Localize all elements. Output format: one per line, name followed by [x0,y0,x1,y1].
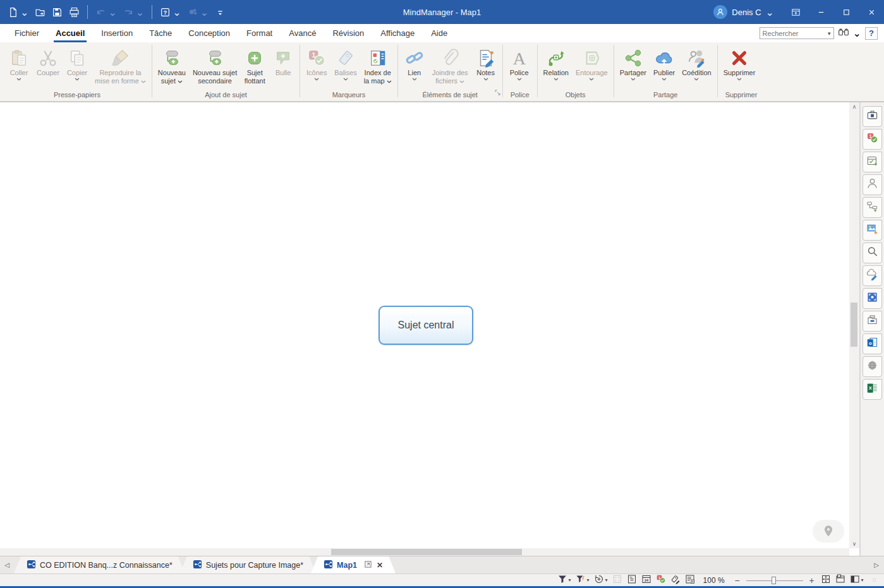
dropdown-chevron-icon[interactable]: ⌄ [173,6,181,18]
search-input[interactable] [760,30,828,37]
ribbon-button-publier[interactable]: Publier [650,45,678,82]
status-gantt-view-button[interactable]: 24 [641,574,651,587]
dropdown-chevron-icon[interactable]: ▾ [605,577,608,583]
doc-tab-sujets-pour-capture-image[interactable]: Sujets pour Capture Image* [180,556,316,573]
ribbon-button-sujet-flottant[interactable]: Sujetflottant [241,45,269,85]
ribbon-button-relation[interactable]: Relation [540,45,572,82]
panel-tab-excel[interactable]: X [863,379,882,400]
status-filter-button[interactable]: ▾ [557,574,571,587]
status-panel-layout-button[interactable]: ▾ [850,574,864,587]
tab-aide[interactable]: Aide [423,24,456,42]
doc-tab-map1[interactable]: Map1✕ [311,556,396,573]
horizontal-scrollbar[interactable] [0,548,849,556]
ribbon-button-label: Partager [620,69,646,77]
resize-grip[interactable]: ⁙ [868,577,878,584]
tab-insertion[interactable]: Insertion [93,24,141,42]
dropdown-chevron-icon[interactable]: ⌄ [108,6,116,18]
search-dropdown-icon[interactable]: ▾ [828,30,833,37]
save-button[interactable] [49,5,65,20]
panel-tab-capture[interactable] [863,288,882,309]
vertical-scroll-thumb[interactable] [851,303,857,347]
ribbon-button-label: Sujetflottant [245,69,265,85]
tab-fichier[interactable]: Fichier [6,24,47,42]
status-index-view-button[interactable] [685,574,695,587]
scroll-down-icon[interactable]: ∨ [852,539,857,548]
new-document-button[interactable]: ⌄ [5,4,31,20]
central-topic[interactable]: Sujet central [378,306,473,345]
status-power-filter-button[interactable]: ▾ [576,574,590,587]
ribbon-button-nouveau-sujet-secondaire[interactable]: Nouveau sujetsecondaire [190,45,240,85]
status-tags-view-button[interactable] [670,574,681,587]
dropdown-chevron-icon[interactable]: ▾ [569,577,571,583]
ribbon-button-partager[interactable]: Partager [617,45,650,82]
panel-tab-resources[interactable] [863,174,882,195]
float-window-icon[interactable] [365,561,372,570]
open-button[interactable] [32,5,48,20]
zoom-slider[interactable] [746,576,803,585]
panel-tab-map-parts[interactable] [863,106,882,127]
status-icons-view-button[interactable]: 1 [656,574,666,587]
ribbon-button-lien[interactable]: Lien [401,45,428,82]
redo-icon [123,7,134,18]
help-button[interactable]: ? [865,27,878,40]
binoculars-chevron-icon[interactable]: ⌄ [853,27,861,39]
dropdown-chevron-icon[interactable]: ⌄ [200,6,209,18]
status-walkthrough-button[interactable]: ▾ [594,574,608,587]
maximize-button[interactable] [833,0,859,24]
dropdown-chevron-icon[interactable]: ⌄ [20,6,28,18]
dropdown-chevron-icon[interactable]: ⌄ [136,6,144,18]
ribbon-button-police[interactable]: APolice [506,45,533,82]
help-button[interactable]: ?⌄ [157,4,183,20]
tab-avanc[interactable]: Avancé [281,24,324,42]
customize-quick-access-button[interactable] [212,5,228,20]
zoom-in-button[interactable]: + [808,575,816,585]
panel-tab-outlook[interactable]: o [863,333,882,354]
tab-conception[interactable]: Conception [180,24,238,42]
panel-tab-relationships[interactable] [863,197,882,218]
zoom-out-button[interactable]: − [733,575,742,585]
ribbon-button-supprimer[interactable]: Supprimer [720,45,759,82]
status-presentation-view-button[interactable] [835,574,845,587]
doc-tabs-scroll-right[interactable]: ▷ [874,561,879,568]
tab-accueil[interactable]: Accueil [47,24,93,42]
ribbon-button-index-de-la-map[interactable]: Index dela map [361,45,395,85]
tab-affichage[interactable]: Affichage [372,24,423,42]
doc-tabs-scroll-left[interactable]: ◁ [0,556,14,573]
scroll-up-icon[interactable]: ∧ [852,102,857,111]
panel-tab-marker-index[interactable]: 1 [863,129,882,150]
panel-tab-file-management[interactable] [863,311,882,332]
tab-r-vision[interactable]: Révision [324,24,372,42]
panel-tab-web[interactable] [863,356,882,377]
search-box[interactable]: ▾ [760,27,834,39]
location-pin-button[interactable] [813,520,844,543]
ribbon-button-notes[interactable]: Notes [472,45,500,82]
status-outline-view-button[interactable] [627,574,637,587]
print-button[interactable] [66,5,82,20]
user-name[interactable]: Denis C [732,8,761,17]
dialog-launcher-icon[interactable] [495,87,500,98]
ribbon-button-nouveau-sujet[interactable]: Nouveausujet [155,45,189,85]
minimize-button[interactable] [808,0,833,24]
tab-format[interactable]: Format [238,24,281,42]
close-doc-icon[interactable]: ✕ [377,561,383,570]
tab-t-che[interactable]: Tâche [141,24,180,42]
status-fit-map-button[interactable] [821,574,831,587]
doc-tab-co-edition-banq-z-connaissance[interactable]: CO EDITION Banq...z Connaissance* [14,556,185,573]
binoculars-icon[interactable] [838,27,849,40]
zoom-slider-thumb[interactable] [772,577,776,584]
ribbon-button-label: Police [510,69,529,77]
close-button[interactable] [859,0,884,24]
map-canvas[interactable]: Sujet central ∧ ∨ [0,102,860,556]
panel-tab-sketch[interactable] [863,265,882,286]
user-avatar[interactable] [713,5,727,19]
ribbon-display-options-button[interactable] [783,0,808,24]
panel-tab-task-info[interactable] [863,152,882,172]
panel-tab-image-library[interactable] [863,220,882,241]
dropdown-chevron-icon[interactable]: ▾ [861,577,864,583]
ribbon-button-co-dition[interactable]: Coédition [679,45,714,82]
panel-tab-search-panel[interactable] [863,243,882,263]
vertical-scrollbar[interactable]: ∧ ∨ [849,102,859,548]
horizontal-scroll-thumb[interactable] [331,549,522,555]
dropdown-chevron-icon[interactable]: ▾ [587,577,590,583]
user-menu-chevron-icon[interactable]: ⌄ [766,6,774,18]
